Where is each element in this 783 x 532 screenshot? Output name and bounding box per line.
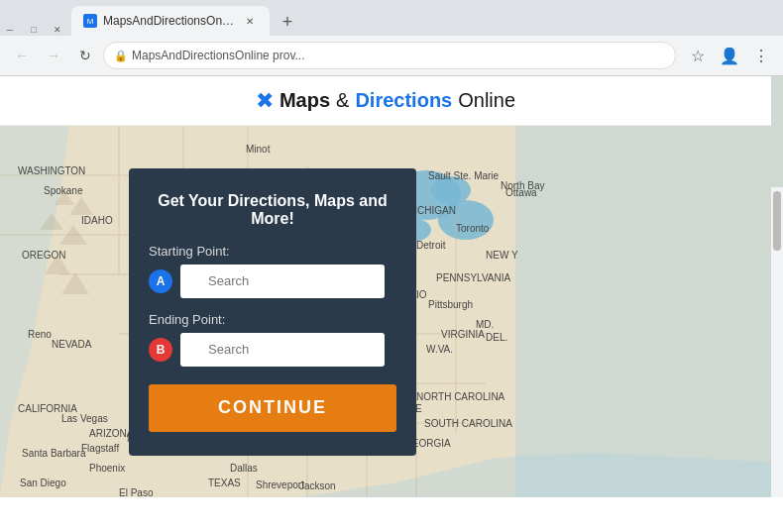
menu-icon[interactable]: ⋮ — [747, 42, 775, 69]
maximize-button[interactable]: □ — [28, 24, 40, 36]
starting-point-row: A 🔍 — [149, 265, 396, 298]
lock-icon: 🔒 — [114, 50, 128, 62]
tab-favicon: M — [83, 14, 97, 28]
modal-overlay: Get Your Directions, Maps and More! Star… — [0, 126, 783, 497]
starting-point-input[interactable] — [180, 265, 385, 298]
modal-title: Get Your Directions, Maps and More! — [149, 192, 396, 228]
ending-point-row: B 🔍 — [149, 333, 396, 367]
address-bar[interactable]: 🔒 MapsAndDirectionsOnline prov... — [103, 42, 676, 69]
directions-modal: Get Your Directions, Maps and More! Star… — [129, 168, 416, 456]
ending-input-wrapper: 🔍 — [180, 333, 396, 367]
logo-icon: ✖ — [256, 88, 274, 114]
continue-button[interactable]: CONTINUE — [149, 384, 396, 432]
star-icon[interactable]: ☆ — [684, 42, 712, 69]
ending-point-label: Ending Point: — [149, 312, 396, 327]
tab-close-button[interactable]: ✕ — [242, 13, 258, 29]
reload-button[interactable]: ↻ — [71, 42, 99, 69]
browser-chrome: ─ □ ✕ M MapsAndDirectionsOnline prov... … — [0, 0, 783, 76]
logo-online-text: Online — [458, 89, 515, 112]
point-b-marker: B — [149, 338, 172, 362]
page-content: WASHINGTONSpokaneOREGONIDAHONEVADACALIFO… — [0, 76, 783, 497]
starting-input-wrapper: 🔍 — [180, 265, 396, 298]
logo-directions-text: Directions — [355, 89, 452, 112]
starting-point-label: Starting Point: — [149, 244, 396, 259]
tab-title: MapsAndDirectionsOnline prov... — [103, 14, 236, 28]
address-bar-row: ← → ↻ 🔒 MapsAndDirectionsOnline prov... … — [0, 36, 783, 75]
account-icon[interactable]: 👤 — [716, 42, 743, 69]
site-header: ✖ Maps & Directions Online — [0, 76, 771, 126]
site-logo: ✖ Maps & Directions Online — [256, 88, 515, 114]
tab-bar: ─ □ ✕ M MapsAndDirectionsOnline prov... … — [0, 0, 783, 36]
logo-amp-text: & — [336, 89, 349, 112]
back-button[interactable]: ← — [8, 42, 36, 69]
minimize-button[interactable]: ─ — [4, 24, 16, 36]
logo-maps-text: Maps — [280, 89, 330, 112]
address-text: MapsAndDirectionsOnline prov... — [132, 49, 305, 62]
window-controls: ─ □ ✕ — [4, 24, 63, 36]
close-button[interactable]: ✕ — [52, 24, 63, 36]
ending-point-input[interactable] — [180, 333, 385, 367]
active-tab[interactable]: M MapsAndDirectionsOnline prov... ✕ — [71, 6, 270, 36]
forward-button[interactable]: → — [40, 42, 67, 69]
point-a-marker: A — [149, 269, 172, 293]
toolbar-icons: ☆ 👤 ⋮ — [684, 42, 775, 69]
new-tab-button[interactable]: + — [274, 8, 301, 36]
